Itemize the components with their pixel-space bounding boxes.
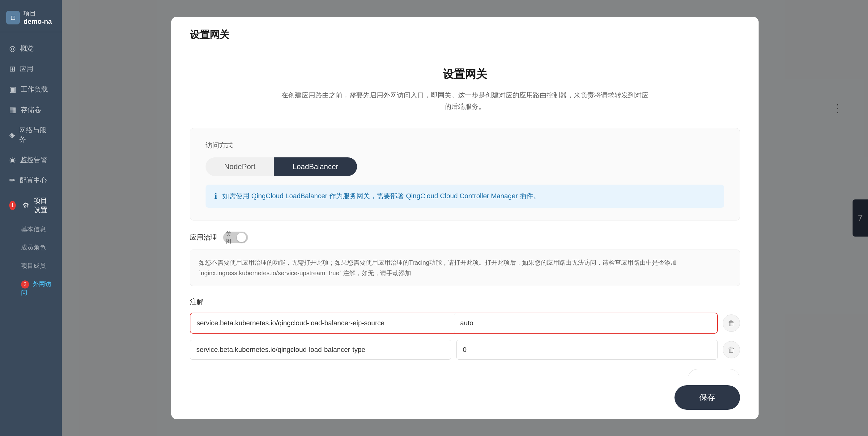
sidebar-item-apps[interactable]: ⊞ 应用: [0, 59, 62, 79]
sidebar-project-label: 项目: [24, 9, 52, 18]
annotation-value-input-1[interactable]: [454, 313, 717, 333]
annotation-key-input-1[interactable]: [190, 313, 454, 333]
network-icon: ◈: [9, 130, 15, 139]
access-buttons: NodePort LoadBalancer: [206, 157, 724, 176]
sidebar-sub-external-access[interactable]: 2 外网访问: [0, 275, 62, 302]
annotation-row-1: 🗑: [190, 313, 740, 334]
loadbalancer-button[interactable]: LoadBalancer: [274, 157, 357, 176]
sidebar-logo: ⊡: [6, 11, 20, 25]
badge-1: 1: [9, 201, 16, 210]
governance-desc: 如您不需要使用应用治理的功能，无需打开此项；如果您需要使用应用治理的Tracin…: [190, 250, 740, 286]
annotation-delete-button-1[interactable]: 🗑: [723, 314, 740, 332]
sidebar: ⊡ 项目 demo-na ◎ 概览 ⊞ 应用 ▣ 工作负载 ▦ 存储卷 ◈ 网络…: [0, 0, 62, 436]
save-button[interactable]: 保存: [675, 385, 740, 410]
modal-footer: 保存: [171, 376, 758, 419]
annotations-label: 注解: [190, 297, 740, 306]
monitor-icon: ◉: [9, 156, 16, 164]
sidebar-project-info: 项目 demo-na: [24, 9, 52, 26]
workload-icon: ▣: [9, 85, 17, 94]
info-box: ℹ 如需使用 QingCloud LoadBalancer 作为服务网关，需要部…: [206, 185, 724, 208]
add-annotation-button[interactable]: 添加注解: [687, 369, 740, 376]
sidebar-nav: ◎ 概览 ⊞ 应用 ▣ 工作负载 ▦ 存储卷 ◈ 网络与服务 ◉ 监控告警 ✏ …: [0, 32, 62, 436]
sidebar-sub-project-members[interactable]: 项目成员: [0, 257, 62, 275]
sidebar-sub-basic-info[interactable]: 基本信息: [0, 220, 62, 239]
modal-body: 设置网关 在创建应用路由之前，需要先启用外网访问入口，即网关。这一步是创建对应的…: [171, 51, 758, 376]
sidebar-item-overview[interactable]: ◎ 概览: [0, 38, 62, 59]
sidebar-item-network[interactable]: ◈ 网络与服务: [0, 120, 62, 150]
annotations-section: 注解 🗑 🗑 添加注解: [190, 297, 740, 360]
sidebar-item-storage[interactable]: ▦ 存储卷: [0, 100, 62, 120]
sidebar-project-name: demo-na: [24, 18, 52, 26]
governance-row: 应用治理 关闭: [190, 231, 740, 243]
info-icon: ℹ: [214, 191, 217, 201]
sidebar-item-project-settings[interactable]: 1 ⚙ 项目设置: [0, 190, 62, 220]
access-mode-label: 访问方式: [206, 141, 724, 150]
main-area: ⋮ 7 设置网关 设置网关 在创建应用路由之前，需要先启用外网访问入口，即网关。…: [62, 0, 868, 436]
annotation-delete-button-2[interactable]: 🗑: [723, 341, 740, 359]
badge-2: 2: [21, 280, 29, 288]
governance-section: 应用治理 关闭 如您不需要使用应用治理的功能，无需打开此项；如果您需要使用应用治…: [190, 231, 740, 286]
settings-icon: ⚙: [23, 201, 29, 210]
annotation-key-input-2[interactable]: [190, 340, 451, 360]
modal-header: 设置网关: [171, 17, 758, 51]
modal-center-title: 设置网关: [190, 67, 740, 82]
modal-desc: 在创建应用路由之前，需要先启用外网访问入口，即网关。这一步是创建对应的应用路由控…: [279, 89, 650, 113]
governance-label: 应用治理: [190, 233, 217, 242]
sidebar-item-monitor[interactable]: ◉ 监控告警: [0, 150, 62, 170]
modal-header-title: 设置网关: [190, 29, 229, 40]
sidebar-label-storage: 存储卷: [21, 105, 41, 115]
annotation-row-2: 🗑: [190, 340, 740, 360]
sidebar-label-project-settings: 项目设置: [34, 196, 53, 215]
overview-icon: ◎: [9, 44, 16, 53]
sidebar-label-network: 网络与服务: [19, 126, 53, 144]
sidebar-label-monitor: 监控告警: [20, 155, 47, 164]
nodeport-button[interactable]: NodePort: [206, 157, 274, 176]
sidebar-label-overview: 概览: [20, 44, 34, 53]
sidebar-label-workload: 工作负载: [21, 85, 48, 94]
sidebar-label-apps: 应用: [20, 64, 33, 73]
apps-icon: ⊞: [9, 65, 16, 73]
storage-icon: ▦: [9, 105, 17, 114]
access-mode-card: 访问方式 NodePort LoadBalancer ℹ 如需使用 QingCl…: [190, 128, 740, 220]
sidebar-item-workload[interactable]: ▣ 工作负载: [0, 79, 62, 100]
toggle-knob: [237, 233, 246, 242]
sidebar-label-config: 配置中心: [20, 176, 47, 185]
governance-toggle[interactable]: 关闭: [223, 231, 248, 243]
info-text: 如需使用 QingCloud LoadBalancer 作为服务网关，需要部署 …: [222, 191, 540, 201]
config-icon: ✏: [9, 176, 16, 185]
gateway-modal: 设置网关 设置网关 在创建应用路由之前，需要先启用外网访问入口，即网关。这一步是…: [171, 17, 758, 419]
sidebar-item-config[interactable]: ✏ 配置中心: [0, 170, 62, 190]
annotation-value-input-2[interactable]: [456, 340, 718, 360]
sidebar-sub-member-roles[interactable]: 成员角色: [0, 239, 62, 257]
sidebar-header: ⊡ 项目 demo-na: [0, 0, 62, 32]
